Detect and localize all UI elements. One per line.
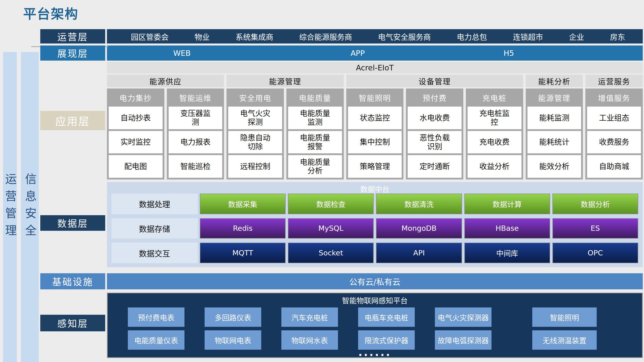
data-box-1-2: MongoDB	[376, 218, 462, 239]
application-cell-5-2: 定时通断	[408, 155, 462, 178]
layer-label-data: 数据层	[40, 215, 105, 231]
side-bar-information-security: 信息安全	[21, 52, 39, 362]
application-cell-6-2: 收益分析	[468, 155, 521, 178]
application-cell-1-2: 智能巡检	[169, 155, 222, 178]
perception-box-0-4: 电气火灾探测器	[435, 307, 491, 327]
application-cell-3-0: 电能质量 监测	[288, 107, 342, 129]
application-column-0: 电力集抄自动抄表实时监控配电图	[107, 88, 164, 179]
application-column-header-5: 预付费	[408, 90, 462, 105]
application-cell-7-1: 能耗统计	[527, 131, 581, 154]
data-box-2-1: Socket	[288, 243, 374, 263]
infrastructure-content: 公有云/私有云	[349, 276, 400, 287]
data-box-1-3: HBase	[464, 218, 550, 239]
layer-label-application: 应用层	[40, 111, 105, 130]
application-column-header-6: 充电桩	[468, 90, 521, 105]
data-row-label-1: 数据存储	[111, 218, 198, 239]
operator-item-6: 连锁超市	[513, 31, 543, 42]
application-column-header-1: 智能运维	[169, 90, 222, 105]
data-box-0-2: 数据清洗	[376, 194, 462, 214]
side-bar-information-security-label: 信息安全	[22, 173, 38, 241]
data-box-0-3: 数据计算	[464, 194, 550, 214]
application-group-4: 运营服务	[585, 75, 643, 87]
layer-label-operation: 运营层	[40, 29, 105, 43]
perception-more-dots: ......	[108, 347, 642, 358]
operator-item-8: 房东	[610, 31, 625, 42]
perception-box-1-5: 无线测温装置	[532, 330, 597, 350]
perception-box-1-4: 故障电弧探测器	[435, 330, 491, 350]
operator-item-0: 园区管委会	[131, 31, 169, 42]
perception-row-1: 预付费电表多回路仪表汽车充电桩电瓶车充电桩电气火灾探测器智能照明	[108, 307, 642, 327]
operator-item-5: 电力总包	[457, 31, 487, 42]
application-column-5: 预付费水电收费恶性负载 识别定时通断	[406, 88, 463, 179]
application-column-header-2: 安全用电	[228, 90, 282, 105]
presentation-item-h5: H5	[504, 49, 514, 58]
data-layer-panel: 数据中台 数据处理数据采集数据检查数据清洗数据计算数据分析数据存储RedisMy…	[107, 182, 643, 267]
operator-item-7: 企业	[569, 31, 584, 42]
perception-box-0-1: 多回路仪表	[205, 307, 261, 327]
application-group-row: 能源供应能源管理设备管理能耗分析运营服务	[107, 75, 643, 87]
data-box-0-1: 数据检查	[288, 194, 374, 214]
application-group-0: 能源供应	[107, 75, 224, 87]
layer-label-perception: 感知层	[40, 315, 105, 331]
data-box-0-4: 数据分析	[552, 194, 638, 214]
application-cell-2-2: 远程控制	[228, 155, 282, 178]
application-cell-7-2: 能效分析	[527, 155, 581, 178]
presentation-item-web: WEB	[173, 49, 191, 58]
side-bar-operations-management: 运营管理	[3, 52, 17, 362]
application-column-2: 安全用电电气火灾 探测隐患自动 切除远程控制	[226, 88, 284, 179]
application-column-4: 智能照明状态监控集中控制策略管理	[346, 88, 404, 179]
application-cell-4-0: 状态监控	[348, 107, 402, 129]
application-cell-8-2: 自助商城	[587, 155, 641, 178]
application-column-8: 增值服务工业组态收费服务自助商城	[585, 88, 643, 179]
application-column-header-8: 增值服务	[587, 90, 641, 105]
application-cell-6-0: 充电桩监 控	[468, 107, 521, 129]
side-bar-operations-management-label: 运营管理	[2, 173, 18, 241]
presentation-item-app: APP	[351, 49, 365, 58]
layer-label-presentation: 展现层	[40, 46, 105, 61]
application-cell-4-1: 集中控制	[348, 131, 402, 154]
application-cell-4-2: 策略管理	[348, 155, 402, 178]
perception-platform-title: 智能物联网感知平台	[108, 295, 642, 305]
application-cell-2-0: 电气火灾 探测	[228, 107, 282, 129]
data-box-2-4: OPC	[552, 243, 638, 263]
operator-item-4: 电气安全服务商	[378, 31, 431, 42]
application-cell-8-1: 收费服务	[587, 131, 641, 154]
application-cell-8-0: 工业组态	[587, 107, 641, 129]
application-column-6: 充电桩充电桩监 控充电收费收益分析	[466, 88, 523, 179]
perception-box-0-2: 汽车充电桩	[281, 307, 338, 327]
perception-box-0-5: 智能照明	[532, 307, 597, 327]
platform-name: Acrel-EIoT	[356, 63, 394, 72]
application-column-header-4: 智能照明	[348, 90, 402, 105]
perception-box-0-3: 电瓶车充电桩	[358, 307, 415, 327]
data-box-1-0: Redis	[200, 218, 286, 239]
application-cell-1-1: 电力报表	[169, 131, 222, 154]
application-cell-2-1: 隐患自动 切除	[228, 131, 282, 154]
infrastructure-bar: 公有云/私有云	[107, 273, 643, 289]
data-platform-title: 数据中台	[107, 184, 643, 194]
application-column-3: 电能质量电能质量 监测电能质量 报警电能质量 分析	[286, 88, 344, 179]
data-grid: 数据处理数据采集数据检查数据清洗数据计算数据分析数据存储RedisMySQLMo…	[111, 194, 638, 263]
application-column-header-7: 能源管理	[527, 90, 581, 105]
application-cell-0-1: 实时监控	[109, 131, 163, 154]
application-column-header-3: 电能质量	[288, 90, 342, 105]
data-box-2-2: API	[376, 243, 462, 263]
presentation-layer-bar: WEBAPPH5	[107, 46, 643, 61]
data-row-label-2: 数据交互	[111, 243, 198, 263]
application-cell-3-1: 电能质量 报警	[288, 131, 342, 154]
operator-item-2: 系统集成商	[236, 31, 273, 42]
application-cell-0-2: 配电图	[109, 155, 163, 178]
data-row-label-0: 数据处理	[111, 194, 198, 214]
application-cell-5-0: 水电收费	[408, 107, 462, 129]
perception-box-1-1: 物联网电表	[205, 330, 261, 350]
operator-item-3: 综合能源服务商	[299, 31, 352, 42]
application-cell-5-1: 恶性负载 识别	[408, 131, 462, 154]
perception-box-0-0: 预付费电表	[128, 307, 184, 327]
application-group-1: 能源管理	[226, 75, 344, 87]
architecture-diagram: 平台架构 运营管理 信息安全 运营层 展现层 应用层 数据层 基础设施 感知层 …	[0, 0, 644, 362]
data-box-1-1: MySQL	[288, 218, 374, 239]
application-cell-6-1: 充电收费	[468, 131, 521, 154]
data-box-1-4: ES	[552, 218, 638, 239]
perception-layer-panel: 智能物联网感知平台 预付费电表多回路仪表汽车充电桩电瓶车充电桩电气火灾探测器智能…	[107, 293, 643, 358]
application-column-header-0: 电力集抄	[109, 90, 163, 105]
data-box-2-3: 中间库	[464, 243, 550, 263]
